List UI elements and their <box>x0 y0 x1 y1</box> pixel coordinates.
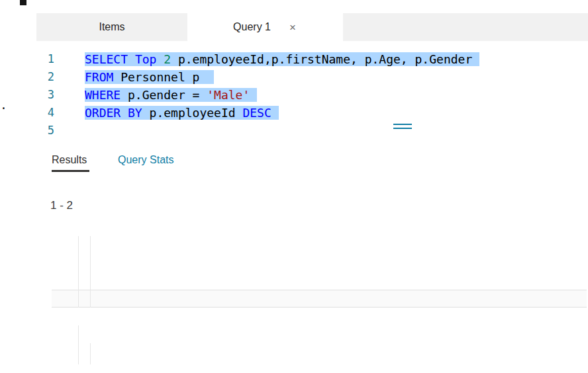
splitter-bar-icon <box>393 124 412 125</box>
tab-query-stats[interactable]: Query Stats <box>118 154 173 166</box>
splitter-bar-icon <box>393 128 412 129</box>
token: 2 <box>164 52 171 66</box>
tab-items-label: Items <box>99 21 124 33</box>
code-line[interactable]: 1 SELECT Top 2 p.employeeId,p.firstName,… <box>0 50 588 68</box>
code-line[interactable]: 4 ORDER BY p.employeeId DESC <box>0 104 588 122</box>
line-number: 2 <box>0 68 54 86</box>
code-line[interactable]: 3 WHERE p.Gender = 'Male' <box>0 86 588 104</box>
results-range-label: 1 - 2 <box>50 199 73 212</box>
indent-guide <box>90 236 91 308</box>
indent-guide <box>78 325 79 364</box>
selected-code: SELECT Top 2 p.employeeId,p.firstName, p… <box>85 52 479 66</box>
tab-results[interactable]: Results <box>52 154 87 166</box>
code-line[interactable]: 5 <box>0 122 588 136</box>
indent-guide <box>78 236 79 308</box>
close-icon[interactable]: × <box>288 22 297 33</box>
selected-code: FROM Personnel p <box>85 70 214 84</box>
token: p.employeeId,p.firstName, p.Age, p.Gende… <box>171 52 472 66</box>
line-number: 4 <box>0 104 54 122</box>
token: p.Gender = <box>121 88 207 102</box>
token: FROM <box>85 70 113 84</box>
json-results-viewer[interactable]: "employeeId": 103, "firstName": "Robin",… <box>52 236 587 364</box>
token: Top <box>135 52 157 66</box>
token <box>128 52 135 66</box>
line-number: 1 <box>0 50 54 68</box>
selected-code: ORDER BY p.employeeId DESC <box>85 106 279 120</box>
line-number: 5 <box>0 122 54 136</box>
tab-query-1-label: Query 1 <box>233 21 271 33</box>
selected-code: WHERE p.Gender = 'Male' <box>85 88 257 102</box>
token: ORDER BY <box>85 106 142 120</box>
pane-splitter-handle[interactable] <box>393 124 412 132</box>
line-number: 3 <box>0 86 54 104</box>
token: SELECT <box>85 52 128 66</box>
sql-query-editor[interactable]: 1 SELECT Top 2 p.employeeId,p.firstName,… <box>0 41 588 136</box>
token: Personnel p <box>113 70 207 84</box>
current-line-highlight <box>52 290 587 308</box>
active-tab-underline <box>52 170 89 172</box>
window-edge-artifact <box>20 0 26 5</box>
token: 'Male' <box>207 88 250 102</box>
query-editor-screen: . Items Query 1 × 1 SELECT Top 2 p.emplo… <box>0 0 588 373</box>
indent-guide <box>90 343 91 364</box>
tab-items[interactable]: Items <box>36 13 187 41</box>
token: DESC <box>242 106 271 120</box>
code-line[interactable]: 2 FROM Personnel p <box>0 68 588 86</box>
token <box>156 52 164 66</box>
token: p.employeeId <box>142 106 243 120</box>
token: WHERE <box>85 88 121 102</box>
tab-query-1[interactable]: Query 1 × <box>187 13 343 41</box>
document-tab-bar: Items Query 1 × <box>36 13 588 41</box>
